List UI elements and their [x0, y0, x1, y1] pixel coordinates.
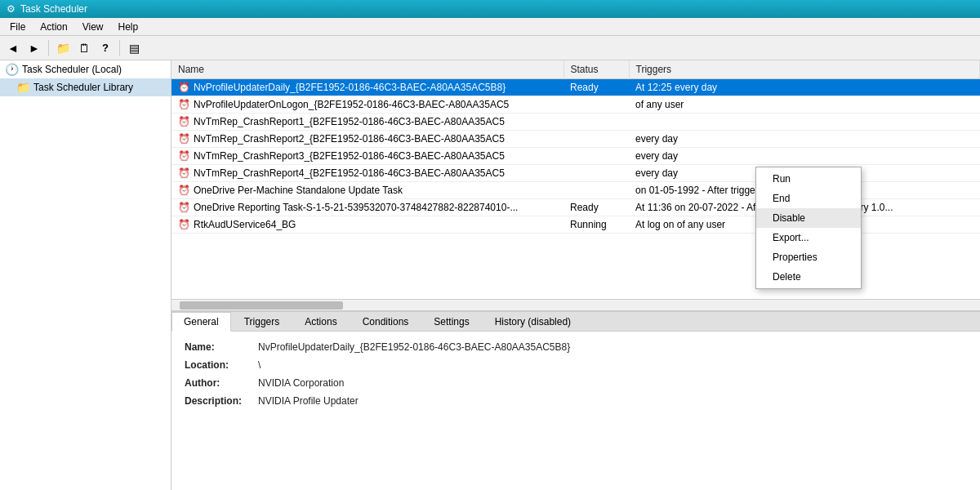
task-trigger-cell: At 12:25 every day [629, 79, 980, 96]
left-panel: 🕐 Task Scheduler (Local) 📁 Task Schedule… [0, 60, 172, 490]
detail-label-author: Author: [185, 377, 258, 389]
task-icon: ⏰ [178, 82, 190, 93]
task-icon: ⏰ [178, 167, 190, 179]
tab-conditions[interactable]: Conditions [350, 312, 421, 331]
task-status-cell [564, 165, 629, 182]
task-icon: ⏰ [178, 116, 190, 127]
ctx-properties[interactable]: Properties [756, 247, 861, 267]
tab-triggers[interactable]: Triggers [232, 312, 292, 331]
menu-file[interactable]: File [3, 20, 32, 34]
tree-library-label: Task Scheduler Library [33, 82, 133, 93]
task-name-cell: ⏰OneDrive Per-Machine Standalone Update … [172, 182, 564, 199]
details-panel: General Triggers Actions Conditions Sett… [172, 310, 980, 490]
task-status-cell [564, 96, 629, 114]
hscroll-bar[interactable] [172, 299, 980, 310]
task-icon: ⏰ [178, 219, 190, 230]
ctx-delete[interactable]: Delete [756, 267, 861, 287]
tree-local-label: Task Scheduler (Local) [22, 64, 122, 75]
task-name-cell: ⏰NvTmRep_CrashReport1_{B2FE1952-0186-46C… [172, 114, 564, 131]
col-status: Status [564, 60, 629, 79]
ctx-end[interactable]: End [756, 189, 861, 208]
detail-row-description: Description: NVIDIA Profile Updater [185, 395, 967, 407]
task-status-cell: Ready [564, 79, 629, 96]
task-trigger-cell: every day [629, 148, 980, 165]
detail-value-author: NVIDIA Corporation [258, 377, 344, 389]
task-name-cell: ⏰RtkAudUService64_BG [172, 216, 564, 234]
menu-help[interactable]: Help [112, 20, 145, 34]
table-row[interactable]: ⏰NvTmRep_CrashReport1_{B2FE1952-0186-46C… [172, 114, 980, 131]
detail-label-description: Description: [185, 395, 258, 407]
back-button[interactable]: ◄ [3, 38, 23, 58]
hscroll-thumb[interactable] [180, 301, 343, 310]
col-name: Name [172, 60, 564, 79]
detail-value-description: NVIDIA Profile Updater [258, 395, 359, 407]
menu-view[interactable]: View [76, 20, 110, 34]
tab-settings[interactable]: Settings [421, 312, 481, 331]
task-icon: ⏰ [178, 185, 190, 196]
task-name-cell: ⏰NvTmRep_CrashReport4_{B2FE1952-0186-46C… [172, 165, 564, 182]
details-content: Name: NvProfileUpdaterDaily_{B2FE1952-01… [172, 332, 980, 490]
tree-item-library[interactable]: 📁 Task Scheduler Library [0, 78, 171, 96]
detail-value-name: NvProfileUpdaterDaily_{B2FE1952-0186-46C… [258, 341, 570, 353]
folder-button[interactable]: 📁 [53, 38, 73, 58]
title-bar-icon: ⚙ [7, 3, 16, 15]
help-button[interactable]: ? [96, 38, 115, 58]
detail-row-name: Name: NvProfileUpdaterDaily_{B2FE1952-01… [185, 341, 967, 353]
title-bar: ⚙ Task Scheduler [0, 0, 980, 18]
clock-icon: 🕐 [5, 63, 19, 76]
task-icon: ⏰ [178, 99, 190, 110]
detail-value-location: \ [258, 359, 261, 371]
right-panel: Name Status Triggers ⏰NvProfileUpdaterDa… [172, 60, 980, 490]
detail-row-location: Location: \ [185, 359, 967, 371]
ctx-run[interactable]: Run [756, 169, 861, 189]
task-status-cell [564, 131, 629, 148]
task-status-cell [564, 182, 629, 199]
task-list-container[interactable]: Name Status Triggers ⏰NvProfileUpdaterDa… [172, 60, 980, 299]
task-icon: ⏰ [178, 150, 190, 162]
detail-label-name: Name: [185, 341, 258, 353]
task-name-cell: ⏰NvTmRep_CrashReport2_{B2FE1952-0186-46C… [172, 131, 564, 148]
task-status-cell: Running [564, 216, 629, 234]
tree-item-local[interactable]: 🕐 Task Scheduler (Local) [0, 60, 171, 78]
task-name-cell: ⏰NvTmRep_CrashReport3_{B2FE1952-0186-46C… [172, 148, 564, 165]
toolbar: ◄ ► 📁 🗒 ? ▤ [0, 36, 980, 60]
menu-bar: File Action View Help [0, 18, 980, 36]
main-area: 🕐 Task Scheduler (Local) 📁 Task Schedule… [0, 60, 980, 490]
task-name-cell: ⏰NvProfileUpdaterOnLogon_{B2FE1952-0186-… [172, 96, 564, 114]
title-bar-text: Task Scheduler [20, 3, 87, 15]
col-triggers: Triggers [629, 60, 980, 79]
context-menu: Run End Disable Export... Properties Del… [755, 167, 862, 289]
task-status-cell: Ready [564, 199, 629, 216]
task-trigger-cell: of any user [629, 96, 980, 114]
toolbar-separator-1 [48, 40, 49, 56]
folder-tree-icon: 📁 [16, 81, 30, 94]
task-trigger-cell [629, 114, 980, 131]
view-button[interactable]: ▤ [124, 38, 144, 58]
table-row[interactable]: ⏰NvTmRep_CrashReport2_{B2FE1952-0186-46C… [172, 131, 980, 148]
table-header-row: Name Status Triggers [172, 60, 980, 79]
task-icon: ⏰ [178, 133, 190, 145]
task-name-cell: ⏰OneDrive Reporting Task-S-1-5-21-539532… [172, 199, 564, 216]
task-name-cell: ⏰NvProfileUpdaterDaily_{B2FE1952-0186-46… [172, 79, 564, 96]
task-status-cell [564, 114, 629, 131]
table-row[interactable]: ⏰NvProfileUpdaterDaily_{B2FE1952-0186-46… [172, 79, 980, 96]
ctx-export[interactable]: Export... [756, 228, 861, 247]
table-row[interactable]: ⏰NvProfileUpdaterOnLogon_{B2FE1952-0186-… [172, 96, 980, 114]
properties-button[interactable]: 🗒 [74, 38, 94, 58]
tab-general[interactable]: General [172, 312, 231, 332]
menu-action[interactable]: Action [33, 20, 74, 34]
task-trigger-cell: every day [629, 131, 980, 148]
table-row[interactable]: ⏰NvTmRep_CrashReport3_{B2FE1952-0186-46C… [172, 148, 980, 165]
task-icon: ⏰ [178, 202, 190, 213]
detail-row-author: Author: NVIDIA Corporation [185, 377, 967, 389]
toolbar-separator-2 [119, 40, 120, 56]
forward-button[interactable]: ► [24, 38, 44, 58]
tabs-bar: General Triggers Actions Conditions Sett… [172, 312, 980, 332]
tab-history[interactable]: History (disabled) [483, 312, 583, 331]
tab-actions[interactable]: Actions [292, 312, 349, 331]
task-status-cell [564, 148, 629, 165]
detail-label-location: Location: [185, 359, 258, 371]
ctx-disable[interactable]: Disable [756, 208, 861, 228]
